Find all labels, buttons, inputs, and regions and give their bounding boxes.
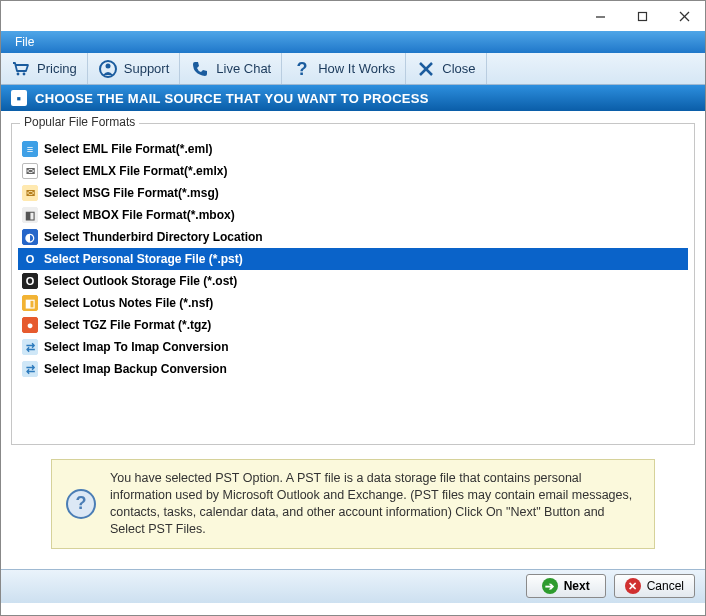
format-label: Select Outlook Storage File (*.ost) [44, 274, 237, 288]
minimize-icon [595, 11, 606, 22]
window-titlebar [1, 1, 705, 31]
toolbar-pricing-button[interactable]: Pricing [1, 53, 88, 84]
nsf-icon: ◧ [22, 295, 38, 311]
mbox-icon: ◧ [22, 207, 38, 223]
info-text: You have selected PST Option. A PST file… [110, 470, 640, 538]
cancel-button[interactable]: ✕ Cancel [614, 574, 695, 598]
format-label: Select Thunderbird Directory Location [44, 230, 263, 244]
toolbar-label: Pricing [37, 61, 77, 76]
svg-text:?: ? [297, 59, 308, 79]
format-label: Select Personal Storage File (*.pst) [44, 252, 243, 266]
next-arrow-icon: ➔ [542, 578, 558, 594]
maximize-icon [637, 11, 648, 22]
svg-point-7 [105, 63, 110, 68]
phone-icon [190, 59, 210, 79]
format-label: Select Imap Backup Conversion [44, 362, 227, 376]
support-icon [98, 59, 118, 79]
file-format-list: ≡ Select EML File Format(*.eml) ✉ Select… [18, 138, 688, 380]
button-bar: ➔ Next ✕ Cancel [1, 569, 705, 603]
toolbar-label: Close [442, 61, 475, 76]
info-panel: ? You have selected PST Option. A PST fi… [51, 459, 655, 549]
toolbar-livechat-button[interactable]: Live Chat [180, 53, 282, 84]
toolbar-label: How It Works [318, 61, 395, 76]
format-item-emlx[interactable]: ✉ Select EMLX File Format(*.emlx) [18, 160, 688, 182]
format-item-imap-to-imap[interactable]: ⇄ Select Imap To Imap Conversion [18, 336, 688, 358]
x-icon [416, 59, 436, 79]
window-close-button[interactable] [663, 2, 705, 30]
file-formats-group: Popular File Formats ≡ Select EML File F… [11, 123, 695, 445]
window-maximize-button[interactable] [621, 2, 663, 30]
format-item-pst[interactable]: O Select Personal Storage File (*.pst) [18, 248, 688, 270]
format-label: Select Imap To Imap Conversion [44, 340, 229, 354]
format-item-nsf[interactable]: ◧ Select Lotus Notes File (*.nsf) [18, 292, 688, 314]
toolbar-label: Live Chat [216, 61, 271, 76]
toolbar: Pricing Support Live Chat ? How It Works… [1, 53, 705, 85]
cart-icon [11, 59, 31, 79]
format-item-eml[interactable]: ≡ Select EML File Format(*.eml) [18, 138, 688, 160]
button-label: Next [564, 579, 590, 593]
group-label: Popular File Formats [20, 115, 139, 129]
next-button[interactable]: ➔ Next [526, 574, 606, 598]
svg-point-4 [17, 72, 20, 75]
format-label: Select EML File Format(*.eml) [44, 142, 213, 156]
format-item-mbox[interactable]: ◧ Select MBOX File Format(*.mbox) [18, 204, 688, 226]
ost-icon: O [22, 273, 38, 289]
section-header: ▪ CHOOSE THE MAIL SOURCE THAT YOU WANT T… [1, 85, 705, 111]
tgz-icon: ● [22, 317, 38, 333]
format-label: Select TGZ File Format (*.tgz) [44, 318, 211, 332]
format-item-msg[interactable]: ✉ Select MSG File Format(*.msg) [18, 182, 688, 204]
svg-point-5 [23, 72, 26, 75]
menubar: File [1, 31, 705, 53]
toolbar-close-button[interactable]: Close [406, 53, 486, 84]
format-label: Select EMLX File Format(*.emlx) [44, 164, 227, 178]
format-item-ost[interactable]: O Select Outlook Storage File (*.ost) [18, 270, 688, 292]
thunderbird-icon: ◐ [22, 229, 38, 245]
svg-rect-1 [638, 12, 646, 20]
menu-file[interactable]: File [9, 33, 40, 51]
content-area: Popular File Formats ≡ Select EML File F… [1, 111, 705, 563]
pst-icon: O [22, 251, 38, 267]
format-label: Select MSG File Format(*.msg) [44, 186, 219, 200]
format-label: Select MBOX File Format(*.mbox) [44, 208, 235, 222]
toolbar-label: Support [124, 61, 170, 76]
close-icon [679, 11, 690, 22]
eml-icon: ≡ [22, 141, 38, 157]
emlx-icon: ✉ [22, 163, 38, 179]
question-icon: ? [292, 59, 312, 79]
imap-icon: ⇄ [22, 339, 38, 355]
toolbar-howitworks-button[interactable]: ? How It Works [282, 53, 406, 84]
section-title: CHOOSE THE MAIL SOURCE THAT YOU WANT TO … [35, 91, 429, 106]
window-minimize-button[interactable] [579, 2, 621, 30]
toolbar-support-button[interactable]: Support [88, 53, 181, 84]
page-icon: ▪ [11, 90, 27, 106]
format-item-thunderbird[interactable]: ◐ Select Thunderbird Directory Location [18, 226, 688, 248]
format-label: Select Lotus Notes File (*.nsf) [44, 296, 213, 310]
imap-backup-icon: ⇄ [22, 361, 38, 377]
format-item-tgz[interactable]: ● Select TGZ File Format (*.tgz) [18, 314, 688, 336]
format-item-imap-backup[interactable]: ⇄ Select Imap Backup Conversion [18, 358, 688, 380]
button-label: Cancel [647, 579, 684, 593]
msg-icon: ✉ [22, 185, 38, 201]
info-icon: ? [66, 489, 96, 519]
cancel-x-icon: ✕ [625, 578, 641, 594]
